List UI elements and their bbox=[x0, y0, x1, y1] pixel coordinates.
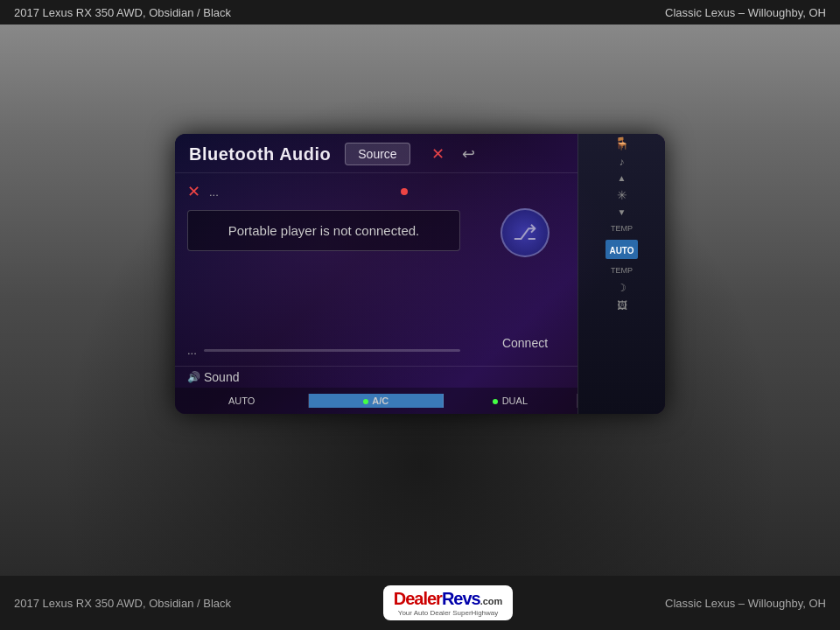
image-icon: 🖼 bbox=[617, 299, 627, 312]
fan-icon[interactable]: ✳ bbox=[617, 188, 627, 202]
source-button[interactable]: Source bbox=[345, 143, 410, 165]
car-interior-photo: Bluetooth Audio Source ✕ ↩ ✕ ... bbox=[0, 24, 840, 576]
image-icon-row: 🖼 bbox=[578, 297, 665, 314]
red-indicator bbox=[401, 188, 408, 195]
not-connected-message: Portable player is not connected. bbox=[187, 210, 460, 251]
temp-right: TEMP bbox=[609, 264, 634, 276]
temp-right-label: TEMP bbox=[611, 266, 633, 275]
top-bar: 2017 Lexus RX 350 AWD, Obsidian / Black … bbox=[0, 0, 840, 24]
right-panel: ⎇ Connect bbox=[472, 173, 578, 366]
screen-inner: Bluetooth Audio Source ✕ ↩ ✕ ... bbox=[175, 134, 665, 414]
bottom-bar: 2017 Lexus RX 350 AWD, Obsidian / Black … bbox=[0, 576, 840, 630]
screen-title: Bluetooth Audio bbox=[189, 144, 331, 164]
auto-btn[interactable]: AUTO bbox=[175, 394, 309, 408]
sound-icon: 🔊 bbox=[187, 371, 200, 383]
auto-block[interactable]: AUTO bbox=[606, 240, 637, 259]
phone-icon[interactable]: ☽ bbox=[617, 282, 626, 294]
screen-layout: Bluetooth Audio Source ✕ ↩ ✕ ... bbox=[175, 134, 665, 414]
screen-header: Bluetooth Audio Source ✕ ↩ bbox=[175, 134, 578, 173]
ac-green-dot bbox=[363, 399, 368, 404]
watermark-revs: Revs bbox=[442, 589, 480, 609]
climate-side-panel: 🪑 ♪ ▲ ✳ ▼ bbox=[578, 134, 665, 414]
back-icon[interactable]: ↩ bbox=[462, 144, 475, 164]
dual-btn[interactable]: DUAL bbox=[444, 394, 578, 408]
up-arrow-icon[interactable]: ▲ bbox=[618, 173, 626, 183]
climate-bottom-bar: AUTO A/C DUAL bbox=[175, 388, 578, 414]
temp-down-left-row: ▼ bbox=[578, 205, 665, 220]
temp-right-block: TEMP bbox=[578, 262, 665, 279]
music-row: ♪ bbox=[578, 153, 665, 171]
phone-icon-row: ☽ bbox=[578, 279, 665, 297]
mute-icon[interactable]: ✕ bbox=[431, 144, 444, 164]
temp-left-block: TEMP bbox=[578, 220, 665, 237]
watermark-tagline: Your Auto Dealer SuperHighway bbox=[398, 609, 498, 617]
top-dealer: Classic Lexus – Willoughby, OH bbox=[665, 6, 826, 19]
sound-row: 🔊 Sound bbox=[175, 366, 578, 388]
dots-2: ... bbox=[187, 344, 197, 357]
top-car-info: 2017 Lexus RX 350 AWD, Obsidian / Black bbox=[14, 6, 231, 19]
dual-green-dot bbox=[493, 399, 498, 404]
auto-block-row: AUTO bbox=[578, 237, 665, 262]
bottom-dealer: Classic Lexus – Willoughby, OH bbox=[665, 597, 826, 610]
screen-content: ✕ ... Portable player is not connected. … bbox=[175, 173, 578, 366]
music-icon: ♪ bbox=[620, 156, 625, 168]
seat-heater-icon[interactable]: 🪑 bbox=[614, 136, 629, 150]
temp-left: TEMP bbox=[609, 222, 634, 234]
left-panel: ✕ ... Portable player is not connected. … bbox=[175, 173, 472, 366]
temp-up-left-row: ▲ bbox=[578, 171, 665, 186]
infotainment-screen: Bluetooth Audio Source ✕ ↩ ✕ ... bbox=[175, 134, 665, 414]
bluetooth-icon: ⎇ bbox=[500, 208, 550, 257]
dealerrevs-watermark: Dealer Revs .com Your Auto Dealer SuperH… bbox=[383, 585, 514, 620]
fan-row: ✳ bbox=[578, 186, 665, 205]
seat-heater-row: 🪑 bbox=[578, 134, 665, 153]
auto-block-label: AUTO bbox=[609, 246, 634, 256]
bottom-row: ... bbox=[187, 344, 460, 357]
down-arrow-icon[interactable]: ▼ bbox=[618, 207, 626, 217]
top-row: ✕ ... bbox=[187, 182, 460, 201]
bottom-car-info: 2017 Lexus RX 350 AWD, Obsidian / Black bbox=[14, 597, 231, 610]
main-screen-area: Bluetooth Audio Source ✕ ↩ ✕ ... bbox=[175, 134, 578, 414]
watermark-logo: Dealer Revs .com bbox=[394, 589, 503, 609]
dots-1: ... bbox=[209, 186, 219, 199]
bluetooth-off-icon: ✕ bbox=[187, 182, 200, 201]
track-progress-bar bbox=[204, 349, 460, 352]
connect-button[interactable]: Connect bbox=[502, 336, 548, 350]
watermark-domain: .com bbox=[480, 596, 503, 606]
watermark-dealer: Dealer bbox=[394, 589, 442, 609]
temp-left-label: TEMP bbox=[611, 224, 633, 233]
sound-label[interactable]: Sound bbox=[204, 370, 239, 384]
ac-btn[interactable]: A/C bbox=[309, 394, 443, 408]
